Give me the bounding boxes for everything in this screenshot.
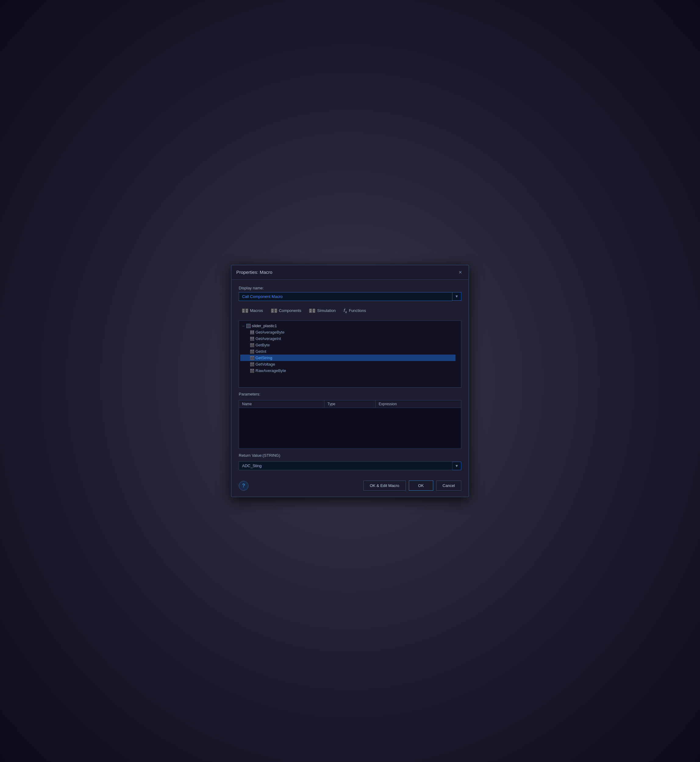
svg-rect-39: [253, 350, 254, 350]
cancel-button[interactable]: Cancel: [436, 480, 461, 491]
svg-rect-5: [246, 311, 247, 312]
tabs-row: Macros Components: [239, 305, 461, 316]
display-name-row: ▼: [239, 292, 461, 301]
dialog-body: Display name: ▼ Macros: [231, 280, 469, 477]
item-icon: [250, 349, 254, 354]
svg-rect-3: [246, 309, 248, 313]
svg-rect-24: [253, 332, 254, 332]
svg-rect-25: [253, 333, 254, 333]
svg-rect-27: [251, 337, 252, 338]
dialog-footer: ? OK & Edit Macro OK Cancel: [231, 476, 469, 497]
functions-tab-icon: fx: [344, 308, 347, 314]
svg-rect-9: [275, 309, 277, 313]
display-name-section: Display name: ▼: [239, 286, 461, 301]
svg-rect-19: [251, 331, 252, 332]
simulation-tab-icon: [309, 308, 315, 313]
col-expression: Expression: [376, 401, 461, 408]
tab-functions[interactable]: fx Functions: [340, 307, 370, 315]
svg-rect-6: [271, 309, 273, 313]
macros-tab-icon: [242, 308, 248, 313]
tree-item-getint[interactable]: GetInt: [240, 348, 455, 355]
svg-rect-45: [251, 363, 252, 363]
svg-rect-14: [310, 311, 311, 312]
svg-rect-31: [253, 338, 254, 339]
svg-rect-20: [251, 332, 252, 332]
tree-item-getstring[interactable]: GetString: [240, 355, 455, 361]
return-value-section: Return Value:(STRING) ▼: [239, 453, 461, 470]
svg-rect-13: [310, 310, 311, 310]
folder-label: slider_plastic1: [252, 324, 277, 328]
return-value-input[interactable]: [239, 462, 452, 470]
col-name: Name: [239, 401, 324, 408]
svg-rect-43: [253, 357, 254, 357]
tree-item-getbyte[interactable]: GetByte: [240, 342, 455, 348]
item-icon: [250, 343, 254, 347]
params-header: Name Type Expression: [239, 401, 461, 408]
svg-rect-30: [253, 337, 254, 338]
svg-rect-51: [253, 369, 254, 370]
return-value-dropdown[interactable]: ▼: [452, 462, 461, 470]
item-icon: [250, 336, 254, 341]
svg-rect-17: [313, 311, 314, 312]
collapse-icon: ─: [242, 324, 245, 328]
svg-rect-49: [251, 369, 252, 370]
svg-rect-2: [243, 311, 244, 312]
simulation-tab-label: Simulation: [317, 308, 336, 313]
components-tab-icon: [271, 308, 277, 313]
tab-simulation[interactable]: Simulation: [306, 307, 339, 315]
macros-tab-label: Macros: [250, 308, 263, 313]
title-bar: Properties: Macro ×: [231, 265, 469, 280]
svg-rect-37: [251, 350, 252, 350]
col-type: Type: [324, 401, 376, 408]
parameters-label: Parameters:: [239, 392, 461, 396]
tree-item-rawaveragebyte[interactable]: RawAverageByte: [240, 368, 455, 374]
svg-rect-47: [253, 363, 254, 363]
svg-rect-4: [246, 310, 247, 310]
parameters-table: Name Type Expression: [239, 400, 461, 449]
return-value-row: ▼: [239, 462, 461, 470]
item-label: GetAverageInt: [255, 336, 281, 341]
item-icon: [250, 362, 254, 366]
svg-rect-12: [309, 309, 312, 313]
svg-rect-33: [251, 344, 252, 344]
tree-item-getaveragebyte[interactable]: GetAverageByte: [240, 329, 455, 335]
svg-rect-23: [253, 331, 254, 332]
svg-rect-10: [275, 310, 276, 310]
tree-content: ─ slider_plastic1: [239, 321, 461, 376]
help-button[interactable]: ?: [239, 481, 248, 491]
tab-macros[interactable]: Macros: [239, 307, 266, 315]
components-tab-label: Components: [279, 308, 302, 313]
macro-tree[interactable]: ─ slider_plastic1: [239, 321, 461, 388]
item-label: GetVoltage: [255, 362, 275, 366]
svg-rect-41: [251, 357, 252, 357]
ok-button[interactable]: OK: [409, 480, 433, 491]
return-value-label: Return Value:(STRING): [239, 453, 461, 458]
item-label: GetString: [255, 355, 272, 360]
display-name-label: Display name:: [239, 286, 461, 290]
display-name-input[interactable]: [239, 292, 452, 301]
svg-rect-7: [272, 310, 273, 310]
display-name-dropdown[interactable]: ▼: [452, 292, 461, 300]
item-label: GetInt: [255, 349, 266, 354]
ok-edit-macro-button[interactable]: OK & Edit Macro: [363, 480, 406, 491]
svg-rect-8: [272, 311, 273, 312]
item-label: GetAverageByte: [255, 330, 284, 335]
tree-folder-row: ─ slider_plastic1: [240, 322, 455, 329]
svg-rect-16: [313, 310, 314, 310]
dialog-title: Properties: Macro: [236, 269, 272, 275]
tree-item-getvoltage[interactable]: GetVoltage: [240, 361, 455, 368]
close-button[interactable]: ×: [457, 269, 464, 275]
item-icon: [250, 330, 254, 335]
item-icon: [250, 369, 254, 373]
svg-rect-35: [253, 344, 254, 344]
item-label: GetByte: [255, 343, 270, 347]
svg-rect-15: [313, 309, 315, 313]
properties-macro-dialog: Properties: Macro × Display name: ▼: [231, 265, 469, 498]
functions-tab-label: Functions: [349, 308, 366, 313]
tree-item-getaverageint[interactable]: GetAverageInt: [240, 335, 455, 342]
svg-rect-1: [243, 310, 244, 310]
svg-rect-0: [242, 309, 245, 313]
params-body: [239, 408, 461, 447]
item-icon: [250, 356, 254, 360]
tab-components[interactable]: Components: [268, 307, 305, 315]
